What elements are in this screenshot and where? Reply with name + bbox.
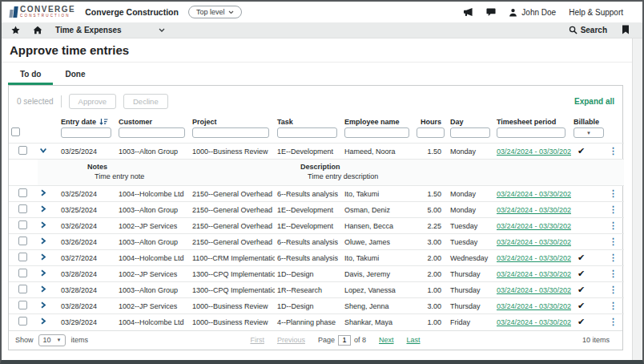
row-checkbox[interactable]	[18, 146, 27, 155]
employee-cell: Davis, Jeremy	[342, 266, 414, 282]
expand-row-icon[interactable]	[40, 253, 46, 261]
task-cell: 6--Results analysis	[275, 186, 342, 202]
hours-cell: 2.00	[414, 266, 448, 282]
filter-billable-dropdown[interactable]: ▼	[574, 127, 604, 138]
employee-cell: Lopez, Vanessa	[342, 282, 414, 298]
expand-all-link[interactable]: Expand all	[574, 97, 614, 106]
day-cell: Wednesday	[448, 250, 494, 266]
scope-selector[interactable]: Top level	[188, 6, 243, 18]
project-cell: 1000--Business Review	[190, 298, 275, 314]
billable-check-icon	[571, 218, 606, 234]
favorites-star-icon[interactable]	[11, 26, 20, 34]
page-size-select[interactable]: 10 ▼	[38, 334, 66, 346]
row-checkbox[interactable]	[18, 188, 27, 197]
row-menu-icon[interactable]: ⋮	[609, 237, 618, 246]
row-menu-icon[interactable]: ⋮	[609, 146, 618, 156]
entry-date-cell: 03/25/2024	[58, 186, 116, 202]
filter-day[interactable]	[450, 127, 490, 138]
billable-check-icon: ✔	[571, 250, 606, 266]
timesheet-period-link[interactable]: 03/24/2024 - 03/30/2024	[497, 302, 571, 310]
first-page-link[interactable]: First	[250, 336, 264, 344]
filter-task[interactable]	[277, 127, 337, 138]
filter-employee[interactable]	[344, 127, 409, 138]
day-cell: Thursday	[448, 266, 494, 282]
tab-done[interactable]: Done	[53, 65, 97, 85]
expand-row-icon[interactable]	[40, 301, 46, 309]
task-cell: 1D--Design	[275, 298, 342, 314]
column-header-hours[interactable]: Hours	[414, 116, 448, 127]
timesheet-period-link[interactable]: 03/24/2024 - 03/30/2024	[497, 206, 571, 214]
expand-row-icon[interactable]	[40, 189, 46, 196]
column-header-billable[interactable]: Billable	[571, 116, 606, 127]
announcements-icon[interactable]	[463, 7, 473, 17]
column-header-period[interactable]: Timesheet period	[494, 116, 571, 127]
billable-check-icon	[571, 202, 606, 218]
timesheet-period-link[interactable]: 03/24/2024 - 03/30/2024	[497, 238, 571, 246]
previous-page-link[interactable]: Previous	[277, 336, 305, 344]
timesheet-period-link[interactable]: 03/24/2024 - 03/30/2024	[497, 222, 571, 230]
filter-customer[interactable]	[119, 127, 185, 138]
row-checkbox[interactable]	[18, 253, 27, 261]
bookmark-icon[interactable]	[622, 23, 630, 38]
row-menu-icon[interactable]: ⋮	[609, 188, 618, 198]
timesheet-period-link[interactable]: 03/24/2024 - 03/30/2024	[497, 270, 571, 278]
column-header-entry-date[interactable]: Entry date	[58, 116, 116, 127]
next-page-link[interactable]: Next	[379, 336, 394, 344]
search-button[interactable]: Search	[569, 26, 607, 34]
column-header-day[interactable]: Day	[448, 116, 494, 127]
timesheet-period-link[interactable]: 03/24/2024 - 03/30/2024	[497, 190, 571, 198]
user-menu[interactable]: John Doe	[509, 8, 556, 17]
filter-entry-date[interactable]	[61, 127, 111, 138]
expand-row-icon[interactable]	[40, 317, 46, 325]
column-header-customer[interactable]: Customer	[116, 116, 190, 127]
messages-icon[interactable]	[486, 7, 496, 17]
row-menu-icon[interactable]: ⋮	[609, 301, 618, 310]
expand-row-icon[interactable]	[40, 237, 46, 245]
row-checkbox[interactable]	[18, 237, 27, 245]
row-checkbox[interactable]	[18, 220, 27, 229]
bulk-actions-toolbar: 0 selected Approve Decline Expand all	[9, 86, 622, 116]
row-menu-icon[interactable]: ⋮	[609, 253, 618, 262]
filter-project[interactable]	[192, 127, 269, 138]
timesheet-period-link[interactable]: 03/24/2024 - 03/30/2024	[497, 318, 571, 326]
row-menu-icon[interactable]: ⋮	[609, 220, 618, 230]
task-cell: 6--Results analysis	[275, 234, 342, 250]
row-checkbox[interactable]	[18, 269, 27, 277]
billable-check-icon: ✔	[571, 298, 606, 314]
filter-hours[interactable]	[417, 127, 445, 138]
timesheet-period-link[interactable]: 03/24/2024 - 03/30/2024	[497, 286, 571, 294]
row-checkbox[interactable]	[18, 301, 27, 309]
expand-row-icon[interactable]	[40, 285, 46, 293]
nav-menu-time-expenses[interactable]: Time & Expenses	[55, 26, 165, 34]
row-checkbox[interactable]	[18, 285, 27, 293]
tab-to-do[interactable]: To do	[8, 65, 53, 85]
column-header-task[interactable]: Task	[275, 116, 342, 127]
task-cell: 1E--Development	[275, 144, 342, 160]
approve-button[interactable]: Approve	[69, 94, 116, 109]
customer-cell: 1002--JP Services	[116, 218, 190, 234]
home-icon[interactable]	[33, 26, 42, 34]
row-menu-icon[interactable]: ⋮	[609, 269, 618, 278]
help-support-link[interactable]: Help & Support	[569, 8, 623, 17]
timesheet-period-link[interactable]: 03/24/2024 - 03/30/2024	[497, 254, 571, 262]
expand-row-icon[interactable]	[40, 147, 46, 154]
column-header-employee[interactable]: Employee name	[342, 116, 414, 127]
expand-row-icon[interactable]	[40, 205, 46, 212]
row-menu-icon[interactable]: ⋮	[609, 285, 618, 294]
row-menu-icon[interactable]: ⋮	[609, 317, 618, 326]
vertical-scrollbar[interactable]	[632, 38, 642, 360]
filter-period[interactable]	[497, 127, 566, 138]
row-checkbox[interactable]	[18, 317, 27, 326]
row-checkbox[interactable]	[18, 204, 27, 213]
last-page-link[interactable]: Last	[407, 336, 421, 344]
row-menu-icon[interactable]: ⋮	[609, 204, 618, 214]
expand-row-icon[interactable]	[40, 269, 46, 277]
page-number-input[interactable]	[338, 335, 351, 346]
expand-row-icon[interactable]	[40, 221, 46, 229]
description-value: Time entry description	[300, 172, 378, 180]
decline-button[interactable]: Decline	[123, 94, 168, 109]
sort-descending-icon[interactable]	[99, 118, 108, 126]
timesheet-period-link[interactable]: 03/24/2024 - 03/30/2024	[497, 148, 571, 156]
column-header-project[interactable]: Project	[190, 116, 275, 127]
select-all-checkbox[interactable]	[11, 127, 20, 136]
